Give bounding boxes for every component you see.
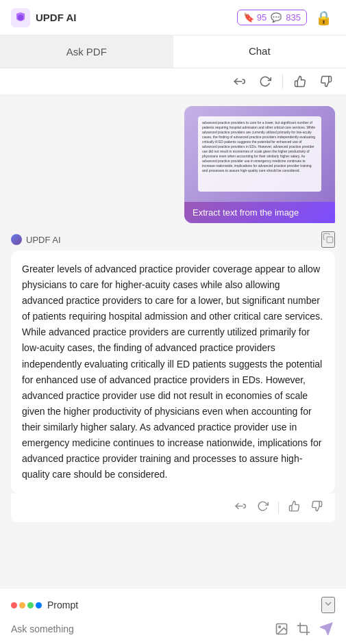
- ai-avatar: [11, 234, 22, 245]
- thumbup-button-msg[interactable]: [287, 499, 301, 517]
- updf-logo-icon: [11, 8, 30, 27]
- image-preview: advanced practice providers to care for …: [184, 106, 335, 202]
- action-divider-top: [282, 75, 283, 88]
- counter-left-value: 95: [257, 12, 267, 23]
- chevron-down-icon: [323, 598, 334, 609]
- ai-sender-row: UPDF AI: [11, 231, 335, 248]
- header-right: 🔖 95 💬 835 🔒: [237, 8, 335, 27]
- message-actions-bottom: [11, 493, 335, 522]
- ai-message-text: Greater levels of advanced practice prov…: [11, 250, 335, 493]
- send-button[interactable]: [317, 620, 335, 638]
- svg-rect-1: [327, 237, 333, 243]
- thumb-up-icon: [294, 75, 306, 88]
- refresh-button-top[interactable]: [256, 74, 274, 89]
- prompt-row: Prompt: [11, 597, 335, 613]
- top-action-bar: [0, 68, 346, 95]
- prompt-label-area: Prompt: [11, 600, 78, 610]
- thumbdown-button-msg[interactable]: [310, 499, 324, 517]
- image-icon: [275, 622, 288, 636]
- image-bubble[interactable]: advanced practice providers to care for …: [184, 106, 335, 223]
- chat-input-field[interactable]: [11, 621, 268, 637]
- thumbdown-button-top[interactable]: [317, 74, 335, 89]
- image-preview-text: advanced practice providers to care for …: [198, 116, 321, 192]
- crop-button[interactable]: [295, 621, 312, 637]
- dot-red: [11, 602, 17, 608]
- extract-label: Extract text from the image: [184, 202, 335, 223]
- copy-icon: [323, 233, 334, 244]
- share-icon-msg: [234, 500, 246, 512]
- msg-action-divider: [278, 502, 279, 514]
- logo-text: UPDF AI: [36, 12, 76, 23]
- dot-orange: [19, 602, 25, 608]
- copy-button[interactable]: [321, 231, 335, 248]
- ai-response-body: Greater levels of advanced practice prov…: [22, 261, 324, 482]
- share-button-msg[interactable]: [233, 499, 247, 517]
- image-upload-button[interactable]: [273, 621, 290, 637]
- share-icon: [233, 75, 245, 88]
- bookmark-icon: 🔖: [243, 12, 254, 23]
- counter-separator: 💬: [271, 12, 282, 23]
- dot-green: [27, 602, 34, 608]
- prompt-chevron-button[interactable]: [321, 597, 335, 613]
- send-icon: [319, 621, 334, 636]
- refresh-button-msg[interactable]: [256, 499, 270, 517]
- user-message-image: advanced practice providers to care for …: [11, 106, 335, 223]
- dot-blue: [36, 602, 42, 608]
- counter-right-value: 835: [286, 12, 301, 23]
- tab-bar: Ask PDF Chat: [0, 36, 346, 68]
- app-header: UPDF AI 🔖 95 💬 835 🔒: [0, 0, 346, 36]
- logo-area: UPDF AI: [11, 8, 76, 27]
- text-input-row: [11, 620, 335, 638]
- tab-ask-pdf[interactable]: Ask PDF: [0, 36, 173, 68]
- lock-button[interactable]: 🔒: [312, 8, 335, 27]
- counter-badge: 🔖 95 💬 835: [237, 10, 307, 25]
- chat-area: advanced practice providers to care for …: [0, 95, 346, 588]
- thumbup-button-top[interactable]: [291, 74, 309, 89]
- thumb-down-icon-msg: [311, 500, 323, 512]
- prompt-label: Prompt: [47, 600, 78, 610]
- thumb-down-icon: [320, 75, 332, 88]
- share-button-top[interactable]: [230, 74, 248, 89]
- ai-message-block: UPDF AI Greater levels of advanced pract…: [11, 231, 335, 522]
- svg-point-3: [279, 626, 281, 628]
- input-area: Prompt: [0, 588, 346, 644]
- thumb-up-icon-msg: [288, 500, 300, 512]
- ai-sender-name: UPDF AI: [26, 235, 61, 245]
- prompt-dots: [11, 602, 42, 608]
- refresh-icon-msg: [257, 500, 269, 512]
- tab-chat[interactable]: Chat: [173, 36, 347, 68]
- crop-icon: [297, 622, 310, 636]
- refresh-icon: [259, 75, 271, 88]
